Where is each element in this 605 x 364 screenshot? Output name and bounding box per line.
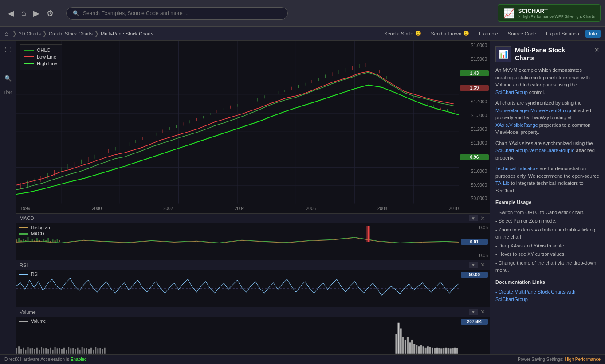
macd-svg-area[interactable]: Histogram MACD [16,223,459,260]
svg-rect-106 [23,348,24,354]
send-frown-button[interactable]: Send a Frown 🙁 [428,29,473,38]
svg-rect-101 [366,226,370,242]
breadcrumb-2d-charts[interactable]: 2D Charts [19,31,41,36]
theme-button[interactable]: Ther [2,86,14,98]
volume-title: Volume [20,309,36,315]
usage-item-2: - Zoom to extents via button or double-c… [495,226,600,241]
svg-rect-167 [450,349,452,354]
search-input[interactable] [83,10,281,16]
logo-name: SCICHART [518,8,548,14]
svg-rect-152 [416,345,417,354]
breadcrumb-bar: ⌂ ❯ 2D Charts ❯ Create Stock Charts ❯ Mu… [0,27,605,41]
power-label: Power Saving Settings: [518,357,563,362]
main-y-axis: $1.6000 $1.5000 1.43 1.39 $1.4000 $1.300… [459,41,490,204]
rsi-pane: RSI ▼ ✕ RSI [16,260,490,307]
pan-button[interactable]: + [2,58,14,70]
scichart-group-id-link[interactable]: SciChartGroup.VerticalChartGroupId [495,148,575,153]
ta-lib-link[interactable]: TA-Lib [495,180,510,186]
x-label-2006: 2006 [306,206,316,211]
svg-rect-112 [36,348,38,354]
rsi-title: RSI [20,262,28,268]
home-button[interactable]: ⌂ [18,7,30,20]
svg-rect-119 [52,350,53,354]
legend-high: High Line [24,61,57,66]
svg-rect-129 [75,349,76,354]
svg-rect-118 [50,348,51,354]
source-code-tab[interactable]: Source Code [504,30,540,38]
example-tab[interactable]: Example [475,30,502,38]
legend-low-label: Low Line [37,54,56,59]
svg-rect-98 [57,239,58,242]
y-label-3: $1.4000 [460,99,489,104]
back-button[interactable]: ◀ [4,7,18,20]
y-label-5: $1.2000 [460,127,489,132]
main-chart-svg[interactable] [16,41,459,204]
svg-rect-125 [66,350,67,354]
svg-rect-114 [41,347,42,354]
y-label-1: $1.6000 [460,43,489,48]
breadcrumb-home-icon[interactable]: ⌂ [4,30,8,37]
volume-legend-item: Volume [19,319,46,324]
svg-rect-99 [59,240,60,242]
tech-indicators-link[interactable]: Technical Indicators [495,166,538,171]
info-tab[interactable]: Info [585,30,601,38]
forward-button[interactable]: ▶ [30,7,43,20]
logo-icon: 📈 [503,8,515,19]
svg-rect-126 [68,347,69,354]
macd-close-btn[interactable]: ✕ [479,215,486,222]
rsi-y-axis: 50.00 [459,270,490,307]
main-toolbar: ◀ ⌂ ▶ ⚙ 🔍 📈 SCICHART > High Performance … [0,0,605,27]
legend-low: Low Line [24,54,57,59]
mouse-manager-link[interactable]: MouseManager.MouseEventGroup [495,108,571,113]
breadcrumb-create-stock[interactable]: Create Stock Charts [49,31,93,36]
usage-item-1: - Select Pan or Zoom mode. [495,217,600,225]
y-label-7: $1.0000 [460,169,489,174]
main-chart-svg-area[interactable]: OHLC Low Line High Line [16,41,459,204]
volume-scroll-btn[interactable]: ▼ [469,309,478,315]
x-label-2000: 2000 [92,206,102,211]
x-label-2010: 2010 [449,206,459,211]
volume-svg [16,317,459,354]
svg-rect-160 [434,348,436,354]
macd-scroll-btn[interactable]: ▼ [469,215,478,221]
doc-link[interactable]: - Create MultiPane Stock Charts with Sci… [495,289,575,302]
usage-item-0: - Switch from OHLC to Candlestick chart. [495,209,600,216]
macd-svg [16,223,459,260]
breadcrumb-multi-pane[interactable]: Multi-Pane Stock Charts [101,31,153,36]
rsi-close-btn[interactable]: ✕ [479,262,486,268]
svg-rect-113 [39,350,40,354]
svg-rect-133 [84,349,85,354]
usage-item-5: - Change theme of the chart via the drop… [495,259,600,274]
info-desc-2: All charts are synchronized by using the… [495,99,600,136]
export-solution-tab[interactable]: Export Solution [542,30,583,38]
svg-rect-110 [32,348,33,354]
directx-status: Enabled [71,357,87,362]
svg-rect-146 [402,337,404,354]
legend-low-color [24,56,34,57]
main-stock-pane: OHLC Low Line High Line [16,41,490,214]
volume-svg-area[interactable]: Volume [16,317,459,354]
y-label-2: $1.5000 [460,57,489,62]
info-panel-icon: 📊 [495,46,511,62]
volume-close-btn[interactable]: ✕ [479,309,486,315]
zoom-extents-button[interactable]: ⛶ [2,43,14,56]
info-close-button[interactable]: ✕ [594,46,600,54]
price-badge-red-1: 1.39 [460,85,489,91]
svg-rect-148 [407,337,409,354]
smile-icon: 🙂 [415,31,421,36]
macd-y-axis: 0.05 0.01 -0.05 [459,223,490,260]
info-panel: 📊 Multi-Pane StockCharts ✕ An MVVM examp… [490,41,605,354]
rsi-scroll-btn[interactable]: ▼ [469,262,478,268]
scichart-group-link[interactable]: SciChartGroup [495,90,528,95]
send-smile-button[interactable]: Send a Smile 🙂 [381,29,424,38]
magnifier-button[interactable]: 🔍 [2,72,14,84]
volume-color [19,321,28,322]
settings-button[interactable]: ⚙ [43,7,57,20]
svg-rect-147 [405,340,406,354]
svg-rect-104 [18,346,20,354]
breadcrumb-sep-0: ❯ [12,31,17,37]
svg-rect-155 [423,346,424,354]
svg-rect-166 [448,348,449,354]
rsi-svg-area[interactable]: RSI [16,270,459,307]
xaxis-link[interactable]: XAxis.VisibleRange [495,122,538,128]
